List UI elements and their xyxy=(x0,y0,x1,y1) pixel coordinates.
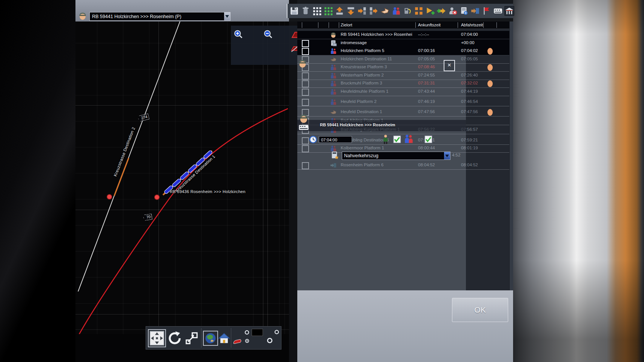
destination-label: Westerham Platform 2 xyxy=(341,73,384,77)
row-checkbox[interactable] xyxy=(302,72,309,80)
pan-tool-icon[interactable] xyxy=(149,330,165,346)
world-view-icon[interactable] xyxy=(204,332,217,345)
departure-time: 07:26:40 xyxy=(461,73,478,77)
transfer-right-icon[interactable] xyxy=(357,6,367,16)
station-icon[interactable] xyxy=(504,6,514,16)
poi-marker-icon[interactable] xyxy=(233,339,243,345)
refuel-icon[interactable] xyxy=(403,6,412,16)
radio-ts14-icon[interactable] xyxy=(267,337,273,344)
flag-icon[interactable] xyxy=(482,6,492,16)
zoom-out-button[interactable] xyxy=(263,29,274,40)
announcement-head-icon[interactable] xyxy=(486,79,494,88)
departure-time: +00:00 xyxy=(461,40,475,45)
row-checkbox[interactable] xyxy=(302,99,309,106)
add-path-icon[interactable] xyxy=(437,6,446,16)
column-divider xyxy=(318,22,318,28)
tile-index-box[interactable] xyxy=(252,329,263,336)
select-hand-icon[interactable] xyxy=(380,6,390,16)
zoom-in-button[interactable] xyxy=(233,29,244,40)
destination-label: Holzkirchen Destination 11 xyxy=(341,57,392,61)
toolbar-divider xyxy=(231,328,231,348)
timetable-row[interactable]: Bruckmuhl Platform 307:31:3107:32:02 xyxy=(297,80,513,88)
departure-time: 07:04:00 xyxy=(461,32,478,37)
transfer-left-icon[interactable] xyxy=(369,6,378,16)
column-header[interactable]: Abfahrtszeit xyxy=(461,23,483,27)
driver-figure-icon xyxy=(381,134,390,144)
departure-time: 07:47:56 xyxy=(461,109,478,114)
driver-icon xyxy=(330,31,337,38)
train-service-label: RB 59436 Rosenheim >>> Holzkirchen xyxy=(170,189,246,194)
timetable-row[interactable]: Heufeldmuhle Platform 107:43:4407:44:19 xyxy=(297,88,513,96)
column-header[interactable]: Zielort xyxy=(341,23,352,27)
driver-head-overlay-icon xyxy=(297,57,308,69)
timetable-row[interactable]: Westerham Platform 207:24:5507:26:40 xyxy=(297,72,513,80)
grid-green-icon[interactable] xyxy=(323,6,333,16)
pax-icon xyxy=(330,48,337,55)
radio-poi-icon[interactable] xyxy=(245,339,249,343)
destination-label: Kolbermoor Platform 1 xyxy=(341,146,384,150)
scrollbar[interactable] xyxy=(509,21,513,290)
timetable-row[interactable]: Heufeld Platform 207:46:1907:46:54 xyxy=(297,98,513,106)
timetable-row[interactable]: Heufeld Destination 107:47:5607:47:56 xyxy=(297,108,513,117)
scene-3d-backdrop xyxy=(513,0,644,362)
stop-dot[interactable] xyxy=(107,195,112,199)
announcement-head-icon[interactable] xyxy=(486,63,494,72)
row-checkbox[interactable] xyxy=(302,48,309,55)
announcement-head-icon[interactable] xyxy=(486,107,494,117)
lower-terrain-icon[interactable] xyxy=(346,6,356,16)
row-checkbox[interactable] xyxy=(302,137,309,144)
save-icon[interactable] xyxy=(289,6,299,16)
service-settings-icon[interactable] xyxy=(459,6,469,16)
train-type-arrow[interactable] xyxy=(444,152,450,160)
row-checkbox[interactable] xyxy=(302,40,309,47)
departure-time: 08:01:19 xyxy=(461,146,478,150)
departure-time: 07:46:54 xyxy=(461,99,478,104)
raise-terrain-icon[interactable] xyxy=(335,6,344,16)
grid-white-icon[interactable] xyxy=(312,6,322,16)
announcement-head-icon[interactable] xyxy=(486,46,494,55)
destination-label: Kreuzstrasse Platform 3 xyxy=(341,64,387,69)
arrival-time: 07:05:05 xyxy=(418,57,435,61)
rotate-tool-icon[interactable] xyxy=(167,330,183,346)
close-icon[interactable]: × xyxy=(444,60,455,71)
timetable-row[interactable]: Rosenheim Platform 608:04:5208:04:52 xyxy=(297,161,513,170)
remove-driver-icon[interactable] xyxy=(448,6,458,16)
add-service-icon[interactable] xyxy=(425,6,435,16)
portal-icon[interactable] xyxy=(470,6,480,16)
service-selector-arrow[interactable] xyxy=(224,12,230,20)
column-header[interactable]: Ankunftszeit xyxy=(418,23,441,27)
scene-left-dark xyxy=(0,0,75,362)
row-checkbox[interactable] xyxy=(302,80,309,87)
arrival-time: 07:46:19 xyxy=(418,99,435,104)
service-selector-dropdown[interactable]: RB 59441 Holzkirchen >>> Rosenheim (P) xyxy=(89,12,231,21)
row-checkbox[interactable] xyxy=(302,162,309,169)
destination-label: Rosenheim Platform 6 xyxy=(341,163,384,167)
chevron-down-icon xyxy=(225,15,229,18)
route-map[interactable]: Kreuzstrasse Destination 2 Kreuzstrasse … xyxy=(75,21,289,334)
passengers-icon[interactable] xyxy=(391,6,401,16)
arrival-time: 07:08:46 xyxy=(418,64,435,69)
timetable-row[interactable]: Kreuzstrasse Platform 307:08:46 xyxy=(297,63,513,72)
departure-time-field[interactable]: 07:04:00 xyxy=(319,136,352,143)
home-view-icon[interactable] xyxy=(218,332,231,345)
row-checkbox[interactable] xyxy=(302,145,309,152)
toolbar-underlap xyxy=(287,18,513,21)
ok-button[interactable]: OK xyxy=(452,298,508,322)
radio-gradient-icon[interactable] xyxy=(274,330,279,334)
timetable-row[interactable]: Holzkirchen Destination 1107:05:0507:05:… xyxy=(297,55,513,64)
stop-dot[interactable] xyxy=(155,195,160,200)
timetable-row[interactable]: RB 59441 Holzkirchen >>> Rosenhei--:--:-… xyxy=(297,31,513,39)
radio-3d-icon[interactable] xyxy=(244,330,249,335)
timetable-row[interactable]: Holzkirchen Platform 507:00:1607:04:02 xyxy=(297,47,513,55)
scale-tool-icon[interactable] xyxy=(184,331,199,345)
delete-icon[interactable] xyxy=(301,6,310,16)
expand-markers-icon[interactable] xyxy=(414,6,424,16)
passengers-enabled-checkbox[interactable] xyxy=(424,135,432,143)
timetable-row[interactable]: intromessage+00:00 xyxy=(297,39,513,48)
timetable-panel: ZielortAnkunftszeitAbfahrtszeitRB 59441 … xyxy=(297,21,513,290)
driver-enabled-checkbox[interactable] xyxy=(393,135,401,143)
row-checkbox[interactable] xyxy=(302,89,309,96)
hand-icon xyxy=(330,109,337,116)
timetable-icon[interactable] xyxy=(493,6,503,16)
train-type-dropdown[interactable]: Nahverkehrszug xyxy=(342,152,450,160)
